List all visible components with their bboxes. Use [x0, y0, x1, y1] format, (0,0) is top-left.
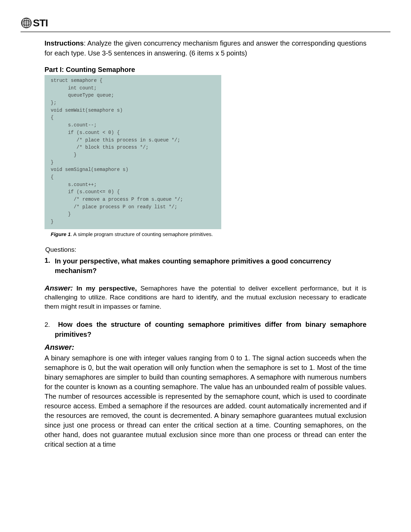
document-page: STI Instructions: Analyze the given conc…	[0, 0, 411, 470]
figure-caption-label: Figure 1	[51, 231, 71, 237]
figure-caption-text: . A simple program structure of counting…	[71, 231, 213, 237]
question-2-text: How does the structure of counting semap…	[55, 321, 366, 338]
document-content: Instructions: Analyze the given concurre…	[21, 38, 390, 449]
globe-icon	[21, 17, 32, 29]
code-figure-1: struct semaphore { int count; queueType …	[45, 75, 221, 229]
question-1-text: In your perspective, what makes counting…	[45, 256, 366, 275]
question-1-number: 1.	[45, 256, 53, 265]
instructions-paragraph: Instructions: Analyze the given concurre…	[45, 38, 366, 58]
answer-1-lead: In my perspective,	[73, 285, 137, 292]
instructions-label: Instructions	[45, 39, 84, 47]
part-1-heading: Part I: Counting Semaphore	[45, 66, 366, 74]
question-2: 2. How does the structure of counting se…	[45, 320, 366, 339]
instructions-body: : Analyze the given concurrency mechanis…	[45, 39, 366, 57]
figure-1-caption: Figure 1. A simple program structure of …	[45, 231, 366, 237]
brand-logo: STI	[21, 17, 48, 29]
question-2-number: 2.	[45, 321, 50, 328]
answer-2-label: Answer:	[45, 343, 366, 352]
questions-intro: Questions:	[45, 246, 366, 253]
brand-text: STI	[33, 17, 48, 29]
page-header: STI	[21, 17, 390, 32]
answer-1-label: Answer:	[45, 284, 73, 292]
answer-1: Answer: In my perspective, Semaphores ha…	[45, 283, 366, 311]
answer-2-body: A binary semaphore is one with integer v…	[45, 353, 366, 449]
question-1: 1. In your perspective, what makes count…	[45, 256, 366, 275]
